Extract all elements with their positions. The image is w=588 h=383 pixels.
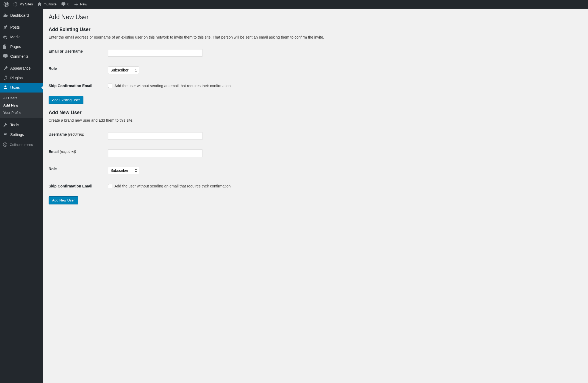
- menu-media[interactable]: Media: [0, 32, 43, 42]
- my-sites-label: My Sites: [19, 0, 33, 9]
- home-icon: [37, 2, 42, 7]
- users-icon: [3, 85, 8, 90]
- tools-icon: [3, 122, 8, 128]
- my-sites-link[interactable]: My Sites: [11, 0, 35, 9]
- admin-sidebar: Dashboard Posts Media Pages Comments App…: [0, 9, 43, 383]
- checkbox-skip-confirmation-new[interactable]: [108, 184, 112, 188]
- collapse-menu-button[interactable]: Collapse menu: [0, 139, 43, 150]
- dashboard-icon: [3, 13, 8, 18]
- submenu-add-new[interactable]: Add New: [0, 102, 43, 109]
- label-email-or-username: Email or Username: [49, 44, 108, 61]
- new-content-link[interactable]: New: [72, 0, 89, 9]
- settings-icon: [3, 132, 8, 137]
- menu-plugins[interactable]: Plugins: [0, 73, 43, 83]
- button-add-existing-user[interactable]: Add Existing User: [49, 96, 83, 104]
- checkbox-skip-confirmation-existing-wrap[interactable]: Add the user without sending an email th…: [108, 84, 580, 88]
- collapse-icon: [3, 142, 8, 147]
- admin-bar: My Sites multisite 0 New: [0, 0, 588, 9]
- input-email-or-username[interactable]: [108, 49, 202, 57]
- wp-logo[interactable]: [2, 2, 11, 7]
- comments-icon: [3, 54, 8, 59]
- plus-icon: [74, 2, 79, 7]
- button-add-new-user[interactable]: Add New User: [49, 196, 78, 204]
- form-existing-user: Email or Username Role Subscriber Skip C…: [49, 44, 583, 93]
- label-username: Username (required): [49, 127, 108, 145]
- checkbox-skip-confirmation-new-wrap[interactable]: Add the user without sending an email th…: [108, 184, 580, 188]
- menu-posts[interactable]: Posts: [0, 22, 43, 32]
- pin-icon: [3, 25, 8, 30]
- network-icon: [13, 2, 18, 7]
- site-name-link[interactable]: multisite: [35, 0, 59, 9]
- heading-add-new-user: Add New User: [49, 110, 583, 115]
- checkbox-skip-confirmation-existing[interactable]: [108, 84, 112, 88]
- menu-users[interactable]: Users: [0, 83, 43, 93]
- label-skip-confirmation-new: Skip Confirmation Email: [49, 179, 108, 193]
- menu-pages[interactable]: Pages: [0, 42, 43, 52]
- current-menu-indicator: [41, 86, 43, 90]
- select-role-new[interactable]: Subscriber: [108, 167, 139, 174]
- submenu-users: All Users Add New Your Profile: [0, 93, 43, 118]
- comments-link[interactable]: 0: [59, 0, 72, 9]
- site-name-label: multisite: [44, 0, 57, 9]
- submenu-your-profile[interactable]: Your Profile: [0, 109, 43, 116]
- label-role-new: Role: [49, 162, 108, 179]
- input-email[interactable]: [108, 149, 202, 157]
- label-email: Email (required): [49, 145, 108, 162]
- appearance-icon: [3, 66, 8, 71]
- svg-point-0: [3, 143, 7, 146]
- label-skip-confirmation-existing: Skip Confirmation Email: [49, 79, 108, 93]
- desc-add-new-user: Create a brand new user and add them to …: [49, 118, 583, 122]
- media-icon: [3, 34, 8, 40]
- comments-count: 0: [67, 0, 69, 9]
- submenu-all-users[interactable]: All Users: [0, 94, 43, 102]
- label-role-existing: Role: [49, 61, 108, 79]
- menu-settings[interactable]: Settings: [0, 130, 43, 139]
- page-title: Add New User: [49, 13, 583, 21]
- main-content: Add New User Add Existing User Enter the…: [43, 9, 588, 383]
- new-content-label: New: [80, 0, 87, 9]
- menu-appearance[interactable]: Appearance: [0, 63, 43, 73]
- desc-add-existing-user: Enter the email address or username of a…: [49, 35, 583, 39]
- menu-comments[interactable]: Comments: [0, 52, 43, 61]
- heading-add-existing-user: Add Existing User: [49, 27, 583, 32]
- menu-tools[interactable]: Tools: [0, 120, 43, 130]
- comment-icon: [61, 2, 66, 7]
- select-role-existing[interactable]: Subscriber: [108, 66, 139, 74]
- menu-dashboard[interactable]: Dashboard: [0, 11, 43, 20]
- input-username[interactable]: [108, 132, 202, 140]
- form-new-user: Username (required) Email (required) Rol…: [49, 127, 583, 193]
- plugins-icon: [3, 75, 8, 81]
- pages-icon: [3, 44, 8, 49]
